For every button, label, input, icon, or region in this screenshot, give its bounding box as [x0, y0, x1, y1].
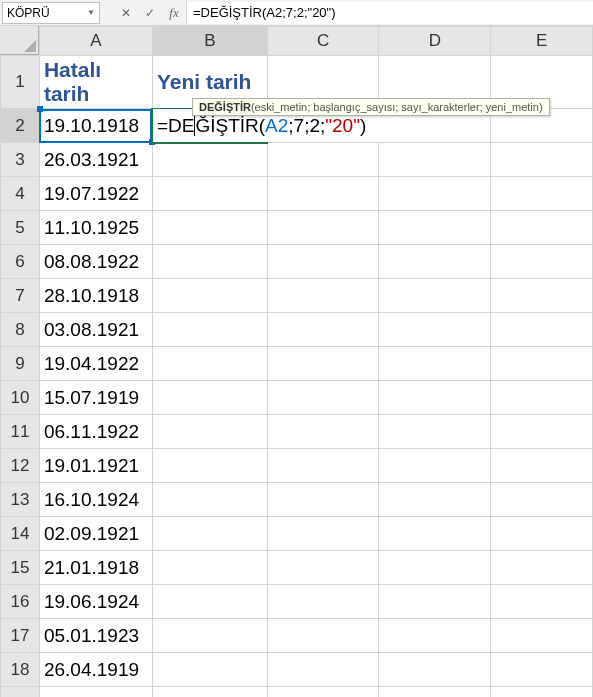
cell[interactable]: [267, 245, 379, 279]
cell[interactable]: [379, 585, 491, 619]
cell[interactable]: [152, 245, 267, 279]
cell[interactable]: 19.06.1924: [39, 585, 152, 619]
cell[interactable]: [267, 619, 379, 653]
cell[interactable]: [491, 687, 593, 698]
cell[interactable]: 19.10.1918: [39, 109, 152, 143]
row-header[interactable]: 1: [1, 56, 40, 109]
cell[interactable]: [379, 449, 491, 483]
cell[interactable]: [267, 211, 379, 245]
cell[interactable]: 06.11.1922: [39, 415, 152, 449]
cell[interactable]: [152, 551, 267, 585]
cell[interactable]: [152, 279, 267, 313]
cell[interactable]: [379, 687, 491, 698]
cell[interactable]: [152, 449, 267, 483]
cell[interactable]: [491, 381, 593, 415]
column-header-d[interactable]: D: [379, 27, 491, 56]
cell[interactable]: [379, 653, 491, 687]
row-header[interactable]: 4: [1, 177, 40, 211]
cell[interactable]: [267, 687, 379, 698]
row-header[interactable]: 7: [1, 279, 40, 313]
chevron-down-icon[interactable]: ▼: [87, 8, 95, 17]
cell[interactable]: [491, 483, 593, 517]
cell[interactable]: [379, 245, 491, 279]
cell[interactable]: [152, 381, 267, 415]
cell[interactable]: [379, 381, 491, 415]
cell[interactable]: 03.08.1921: [39, 313, 152, 347]
row-header[interactable]: 13: [1, 483, 40, 517]
formula-input[interactable]: =DEĞİŞTİR(A2;7;2;"20"): [187, 2, 593, 24]
cell[interactable]: Hatalı tarih: [39, 56, 152, 109]
cell[interactable]: [379, 211, 491, 245]
cell[interactable]: [152, 211, 267, 245]
cell[interactable]: 15.07.1919: [39, 381, 152, 415]
cell[interactable]: [267, 279, 379, 313]
cell[interactable]: [491, 177, 593, 211]
row-header[interactable]: 11: [1, 415, 40, 449]
enter-icon[interactable]: ✓: [142, 6, 158, 20]
cell[interactable]: [152, 483, 267, 517]
cell[interactable]: [491, 415, 593, 449]
cell[interactable]: [267, 653, 379, 687]
row-header[interactable]: 5: [1, 211, 40, 245]
cell[interactable]: [152, 619, 267, 653]
cell[interactable]: [267, 313, 379, 347]
cell[interactable]: [379, 619, 491, 653]
cell[interactable]: 21.01.1918: [39, 551, 152, 585]
cell[interactable]: [152, 517, 267, 551]
row-header[interactable]: 18: [1, 653, 40, 687]
fx-icon[interactable]: fx: [166, 5, 182, 21]
cell[interactable]: [379, 551, 491, 585]
row-header[interactable]: 14: [1, 517, 40, 551]
cell[interactable]: [491, 619, 593, 653]
row-header[interactable]: 19: [1, 687, 40, 698]
row-header[interactable]: 15: [1, 551, 40, 585]
cell[interactable]: [267, 347, 379, 381]
cell[interactable]: 08.08.1922: [39, 245, 152, 279]
cell[interactable]: [379, 347, 491, 381]
row-header[interactable]: 8: [1, 313, 40, 347]
cell[interactable]: [379, 415, 491, 449]
column-header-a[interactable]: A: [39, 27, 152, 56]
cell[interactable]: [267, 143, 379, 177]
row-header[interactable]: 17: [1, 619, 40, 653]
cell[interactable]: [379, 483, 491, 517]
cell[interactable]: [152, 177, 267, 211]
row-header[interactable]: 2: [1, 109, 40, 143]
row-header[interactable]: 12: [1, 449, 40, 483]
cell[interactable]: [267, 551, 379, 585]
cell[interactable]: [491, 653, 593, 687]
column-header-c[interactable]: C: [267, 27, 379, 56]
cell[interactable]: [152, 585, 267, 619]
cell[interactable]: [152, 653, 267, 687]
cell[interactable]: 19.07.1922: [39, 177, 152, 211]
row-header[interactable]: 16: [1, 585, 40, 619]
cell[interactable]: [152, 143, 267, 177]
cell[interactable]: 11.10.1925: [39, 211, 152, 245]
cell[interactable]: 16.10.1924: [39, 483, 152, 517]
cell[interactable]: 26.03.1921: [39, 143, 152, 177]
cell[interactable]: [267, 449, 379, 483]
cell[interactable]: [379, 143, 491, 177]
cell[interactable]: [152, 313, 267, 347]
cell[interactable]: [267, 483, 379, 517]
cell[interactable]: [379, 279, 491, 313]
cell[interactable]: [152, 687, 267, 698]
cell[interactable]: [491, 551, 593, 585]
select-all-corner[interactable]: [0, 26, 39, 55]
cell[interactable]: [491, 585, 593, 619]
cancel-icon[interactable]: ✕: [118, 6, 134, 20]
cell[interactable]: [491, 347, 593, 381]
cell[interactable]: [152, 347, 267, 381]
row-header[interactable]: 6: [1, 245, 40, 279]
cell[interactable]: [491, 517, 593, 551]
cell[interactable]: 28.10.1918: [39, 279, 152, 313]
cell[interactable]: [379, 313, 491, 347]
cell[interactable]: [267, 381, 379, 415]
cell[interactable]: 02.09.1921: [39, 517, 152, 551]
cell[interactable]: [267, 415, 379, 449]
row-header[interactable]: 3: [1, 143, 40, 177]
cell[interactable]: [491, 449, 593, 483]
column-header-e[interactable]: E: [491, 27, 593, 56]
row-header[interactable]: 10: [1, 381, 40, 415]
cell[interactable]: [491, 313, 593, 347]
